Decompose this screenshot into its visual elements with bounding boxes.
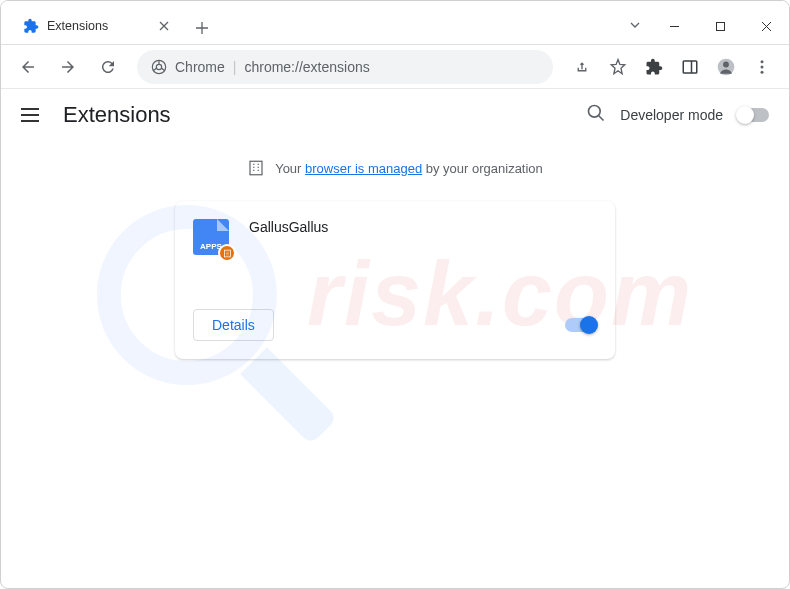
menu-icon[interactable] [21,103,45,127]
back-button[interactable] [11,50,45,84]
toolbar: Chrome | chrome://extensions [1,45,789,89]
svg-rect-12 [250,161,262,175]
extension-toggle[interactable] [565,318,597,332]
svg-point-10 [589,106,601,118]
close-tab-button[interactable] [156,18,172,34]
svg-rect-3 [683,61,697,73]
svg-point-7 [761,60,764,63]
puzzle-icon [23,18,39,34]
forward-button[interactable] [51,50,85,84]
toolbar-right [565,50,779,84]
profile-button[interactable] [709,50,743,84]
managed-text: Your browser is managed by your organiza… [275,161,543,176]
page-title: Extensions [63,102,171,128]
minimize-button[interactable] [651,10,697,42]
card-bottom: Details [193,309,597,341]
card-top: APPS GallusGallus [193,219,597,309]
header-right: Developer mode [586,103,769,127]
page-header: Extensions Developer mode [1,89,789,141]
developer-mode-toggle[interactable] [737,108,769,122]
svg-rect-0 [716,22,724,30]
search-icon[interactable] [586,103,606,127]
sidepanel-button[interactable] [673,50,707,84]
extensions-button[interactable] [637,50,671,84]
managed-link[interactable]: browser is managed [305,161,422,176]
svg-point-2 [156,64,161,69]
details-button[interactable]: Details [193,309,274,341]
browser-tab[interactable]: Extensions [11,8,182,44]
bookmark-button[interactable] [601,50,635,84]
close-window-button[interactable] [743,10,789,42]
developer-mode-label: Developer mode [620,107,723,123]
tab-title: Extensions [47,19,108,33]
share-button[interactable] [565,50,599,84]
omnibox-url: chrome://extensions [244,59,369,75]
new-tab-button[interactable] [188,14,216,42]
menu-button[interactable] [745,50,779,84]
chevron-down-icon[interactable] [629,19,641,34]
content: Your browser is managed by your organiza… [1,141,789,359]
titlebar: Extensions [1,1,789,45]
svg-point-8 [761,65,764,68]
svg-point-9 [761,70,764,73]
building-icon [247,159,265,177]
extension-icon: APPS [193,219,233,259]
maximize-button[interactable] [697,10,743,42]
window-controls [629,8,789,44]
omnibox-text: Chrome | chrome://extensions [175,59,370,75]
managed-notice: Your browser is managed by your organiza… [247,159,543,177]
omnibox-prefix: Chrome [175,59,225,75]
reload-button[interactable] [91,50,125,84]
svg-point-6 [723,61,729,67]
svg-line-11 [599,116,604,121]
extension-name: GallusGallus [249,219,328,309]
policy-badge-icon [218,244,236,262]
extension-card: APPS GallusGallus Details [175,201,615,359]
omnibox[interactable]: Chrome | chrome://extensions [137,50,553,84]
omnibox-separator: | [233,59,237,75]
chrome-icon [151,59,167,75]
